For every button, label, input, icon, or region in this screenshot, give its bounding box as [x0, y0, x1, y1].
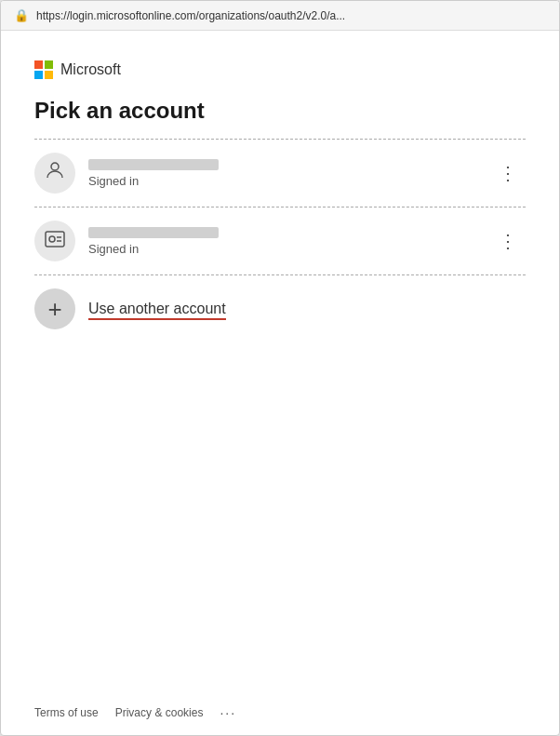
microsoft-logo: Microsoft: [34, 60, 526, 79]
plus-icon-avatar: +: [34, 288, 75, 329]
accounts-list: Signed in ⋮: [34, 139, 526, 690]
privacy-cookies-link[interactable]: Privacy & cookies: [115, 706, 204, 719]
footer-more-button[interactable]: ···: [220, 705, 236, 720]
ms-grid-yellow: [45, 71, 53, 79]
ms-grid-red: [34, 60, 43, 69]
account-status-2: Signed in: [88, 242, 491, 256]
footer: Terms of use Privacy & cookies ···: [1, 690, 559, 735]
url-text: https://login.microsoftonline.com/organi…: [36, 9, 345, 22]
ms-grid-icon: [34, 60, 53, 79]
use-another-label[interactable]: Use another account: [88, 301, 226, 317]
browser-window: 🔒 https://login.microsoftonline.com/orga…: [0, 0, 560, 736]
lock-icon: 🔒: [14, 8, 29, 22]
microsoft-logo-text: Microsoft: [60, 61, 121, 78]
account-item-2[interactable]: Signed in ⋮: [34, 207, 526, 275]
use-another-account-item[interactable]: + Use another account: [34, 275, 526, 342]
account-more-button-1[interactable]: ⋮: [491, 158, 526, 188]
page-title: Pick an account: [34, 98, 526, 124]
account-avatar-2: [34, 221, 75, 261]
account-info-1: Signed in: [88, 159, 491, 188]
svg-point-0: [51, 163, 59, 170]
svg-point-2: [49, 236, 55, 242]
address-bar: 🔒 https://login.microsoftonline.com/orga…: [1, 1, 559, 31]
account-name-bar-1: [88, 159, 219, 170]
page-content: Microsoft Pick an account Signed: [1, 31, 559, 690]
ms-grid-green: [45, 60, 53, 69]
account-avatar-1: [34, 153, 75, 194]
account-more-button-2[interactable]: ⋮: [491, 226, 526, 256]
person-icon: [44, 159, 66, 187]
terms-of-use-link[interactable]: Terms of use: [34, 706, 99, 719]
account-item-1[interactable]: Signed in ⋮: [34, 140, 526, 207]
account-status-1: Signed in: [88, 174, 491, 188]
account-info-2: Signed in: [88, 227, 491, 256]
account-name-bar-2: [88, 227, 219, 238]
ms-grid-blue: [34, 71, 43, 79]
id-card-icon: [43, 227, 67, 256]
plus-icon: +: [47, 295, 61, 324]
